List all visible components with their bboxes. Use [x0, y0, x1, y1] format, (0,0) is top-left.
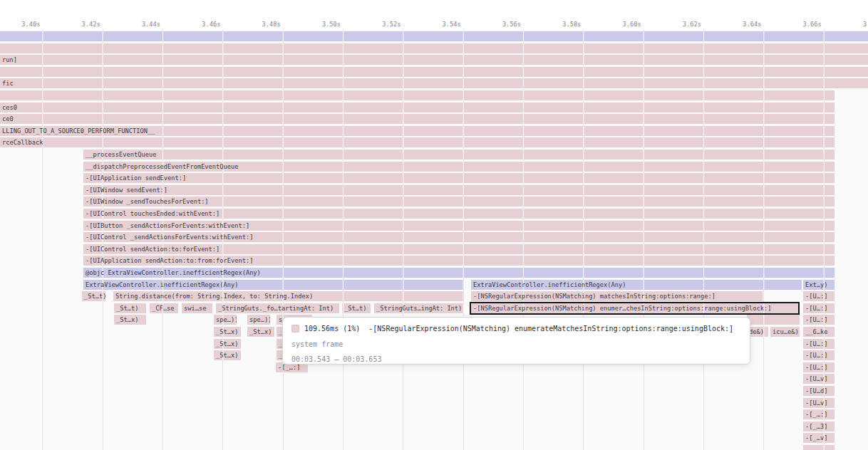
flame-bar[interactable]: __6…ke	[803, 327, 835, 337]
flame-bar[interactable]: -[U…:]	[803, 339, 835, 349]
time-label: 3.54s	[443, 21, 461, 28]
flame-bar[interactable]: __processEventQueue	[83, 150, 835, 159]
tooltip-title: 109.56ms (1%) -[NSRegularExpression(NSMa…	[304, 324, 733, 334]
flame-bar[interactable]: -[U…v]	[803, 398, 835, 408]
frame-color-swatch-icon	[291, 325, 299, 333]
time-label: 3.52s	[382, 21, 401, 28]
flame-bar[interactable]: LLING_OUT_TO_A_SOURCE0_PERFORM_FUNCTION_…	[0, 126, 835, 136]
flame-bar[interactable]	[0, 31, 868, 41]
flame-bar[interactable]	[0, 67, 868, 77]
flame-bar[interactable]: -[U…:]	[803, 303, 835, 313]
flame-bar[interactable]: ce0	[0, 114, 835, 124]
flame-bar[interactable]: ces0	[0, 103, 835, 112]
flame-bar-selected[interactable]: -[NSRegularExpression(NSMatching) enumer…	[471, 303, 798, 313]
flame-bar[interactable]: _StringGuts._fo…tartingAt: Int)	[216, 303, 339, 313]
flame-bar[interactable]: _St…x)	[247, 327, 274, 337]
time-label: 3.44s	[142, 21, 160, 28]
flame-bar[interactable]: _St…x)	[214, 327, 241, 337]
flame-bar[interactable]: -[_…:]	[803, 409, 835, 419]
flame-bar[interactable]: swi…se	[182, 303, 212, 313]
flame-bar[interactable]: -[UIControl touchesEnded:withEvent:]	[83, 209, 835, 219]
time-label: 3.64s	[743, 21, 761, 28]
flame-bar[interactable]: ExtraViewController.inefficientRegex(Any…	[83, 280, 463, 290]
flame-bar[interactable]: -[UIControl _sendActionsForEvents:withEv…	[83, 232, 835, 242]
flame-bar[interactable]: fic	[0, 78, 868, 88]
flame-bar[interactable]: _St…x)	[214, 350, 241, 360]
flame-bar[interactable]	[0, 90, 835, 100]
flame-bar[interactable]: -[U…:]	[803, 362, 835, 372]
flame-bar[interactable]: _St…t)	[114, 303, 146, 313]
flame-bar[interactable]: -[_…v]	[803, 433, 835, 443]
flame-bar[interactable]: icu…e&)	[770, 327, 800, 337]
tooltip-time-range: 00:03.543 — 00:03.653	[291, 355, 741, 365]
time-label: 3.60s	[623, 21, 641, 28]
flame-bar[interactable]: ExtraViewController.inefficientRegex(Any…	[471, 280, 802, 290]
flame-bar[interactable]: _StringGuts…ingAt: Int)	[374, 303, 464, 313]
flame-bar[interactable]: _St…t)	[82, 291, 105, 301]
flame-bar[interactable]: -[UIApplication sendAction:to:from:forEv…	[83, 256, 835, 266]
instruments-flame-chart: 3.40s3.42s3.44s3.46s3.48s3.50s3.52s3.54s…	[0, 0, 868, 450]
flame-bar[interactable]: @objc ExtraViewController.inefficientReg…	[83, 268, 835, 278]
flame-bar[interactable]: -[U…d]	[803, 386, 835, 396]
flame-bar[interactable]: _St…x)	[214, 339, 241, 349]
time-label: 3.42s	[82, 21, 100, 28]
time-label: 3.56s	[502, 21, 521, 28]
flame-bar[interactable]	[747, 315, 800, 325]
flame-bar[interactable]: run]	[0, 55, 868, 65]
flame-bar[interactable]: -[U…:]	[803, 315, 835, 325]
tooltip-title-line: 109.56ms (1%) -[NSRegularExpression(NSMa…	[291, 324, 741, 334]
flame-bar[interactable]	[803, 445, 835, 450]
flame-bar[interactable]	[0, 43, 868, 53]
time-label: 3.48s	[262, 21, 281, 28]
flame-bar[interactable]: -[UIApplication sendEvent:]	[83, 173, 835, 183]
flame-bar[interactable]: -[U…v]	[803, 374, 835, 384]
flame-bar[interactable]: -[UIControl sendAction:to:forEvent:]	[83, 244, 835, 254]
flame-bar[interactable]: -[UIButton _sendActionsForEvents:withEve…	[83, 221, 835, 231]
flame-bar[interactable]: -[U…:]	[803, 350, 835, 360]
flame-bar[interactable]: -[U…:]	[803, 291, 835, 301]
flame-bar[interactable]: String.distance(from: String.Index, to: …	[113, 291, 463, 301]
flame-bar[interactable]: Ext…y)	[803, 280, 835, 290]
time-label-partial: 3.	[863, 21, 868, 28]
flame-bar[interactable]: _CF…se	[150, 303, 178, 313]
time-label: 3.50s	[322, 21, 341, 28]
flame-bar[interactable]: -[UIWindow sendEvent:]	[83, 185, 835, 195]
flame-bar[interactable]: spe…))	[214, 315, 237, 325]
flame-bar[interactable]: _St…t)	[342, 303, 371, 313]
flame-bar[interactable]: -[NSRegularExpression(NSMatching) matche…	[471, 291, 763, 301]
time-label: 3.40s	[21, 21, 40, 28]
flame-bar[interactable]: -[_…3]	[803, 422, 835, 431]
time-label: 3.66s	[803, 21, 822, 28]
flame-bar[interactable]: __dispatchPreprocessedEventFromEventQueu…	[83, 162, 835, 172]
time-label: 3.46s	[202, 21, 220, 28]
flame-bar[interactable]: -[UIWindow _sendTouchesForEvent:]	[83, 197, 835, 206]
flame-bar[interactable]: _St…x)	[114, 315, 146, 325]
flame-bar[interactable]: rceCallback	[0, 137, 835, 147]
tooltip-subtitle: system frame	[291, 340, 741, 350]
time-label: 3.58s	[562, 21, 581, 28]
tooltip: 109.56ms (1%) -[NSRegularExpression(NSMa…	[282, 317, 750, 365]
flame-bar[interactable]: spe…))	[247, 315, 270, 325]
time-label: 3.62s	[683, 21, 701, 28]
